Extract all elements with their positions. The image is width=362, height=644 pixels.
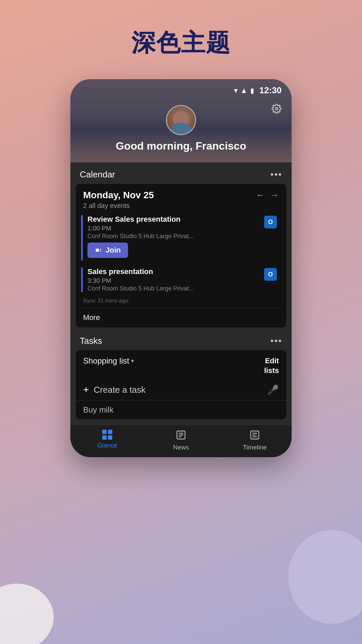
tab-timeline[interactable]: Timeline	[218, 425, 292, 457]
event-time-1: 1:00 PM	[87, 225, 264, 232]
calendar-more-button[interactable]: •••	[270, 169, 282, 180]
event-content-2: Sales presentation 3:30 PM Conf Room Stu…	[87, 267, 264, 292]
edit-lists-button[interactable]: Edit lists	[264, 356, 279, 375]
avatar[interactable]	[166, 105, 196, 135]
calendar-next-button[interactable]: →	[270, 190, 279, 200]
calendar-card: Monday, Nov 25 2 all day events ← → Revi…	[76, 184, 286, 327]
profile-area: Good morning, Francisco	[70, 98, 292, 162]
sync-text: Sync 31 mins ago	[76, 296, 286, 308]
calendar-section-header: Calendar •••	[70, 162, 292, 184]
calendar-section-title: Calendar	[80, 169, 115, 180]
calendar-prev-button[interactable]: ←	[256, 190, 265, 200]
calendar-event-1: Review Sales presentation 1:00 PM Conf R…	[76, 212, 286, 264]
svg-point-0	[275, 107, 278, 110]
calendar-more-link[interactable]: More	[76, 308, 286, 327]
status-time: 12:30	[259, 85, 282, 96]
tab-glance[interactable]: Glance	[70, 425, 144, 457]
page-title: 深色主题	[131, 27, 231, 59]
event-outlook-icon-2: O	[264, 268, 277, 281]
tasks-more-button[interactable]: •••	[270, 335, 282, 346]
tab-timeline-label: Timeline	[243, 444, 266, 451]
decorative-blob-right	[288, 530, 362, 624]
settings-button[interactable]	[272, 104, 282, 116]
battery-icon: ▮	[250, 87, 254, 95]
tab-glance-label: Glance	[97, 442, 117, 449]
event-title-2: Sales presentation	[87, 267, 264, 276]
join-button-label: Join	[106, 246, 121, 255]
avatar-image	[167, 106, 195, 134]
create-task-row: + Create a task 🎤	[76, 379, 286, 400]
shopping-list-selector[interactable]: Shopping list ▾	[83, 356, 134, 366]
event-outlook-icon-1: O	[264, 216, 277, 228]
greeting-text: Good morning, Francisco	[116, 140, 246, 152]
phone-body: Calendar ••• Monday, Nov 25 2 all day ev…	[70, 162, 292, 457]
calendar-all-day-events: 2 all day events	[83, 202, 154, 210]
shopping-list-name: Shopping list	[83, 356, 129, 366]
glance-icon	[102, 430, 112, 440]
event-title-1: Review Sales presentation	[87, 215, 264, 224]
decorative-blob-left	[0, 584, 54, 644]
tasks-section-title: Tasks	[80, 336, 102, 346]
bottom-nav: Glance News	[70, 425, 292, 457]
tab-news[interactable]: News	[144, 425, 218, 457]
svg-rect-1	[96, 249, 99, 252]
event-time-2: 3:30 PM	[87, 277, 264, 284]
event-location-1: Conf Room Studio 5 Hub Large Privat...	[87, 233, 264, 240]
dropdown-arrow-icon: ▾	[131, 357, 134, 365]
phone-header: ▾ ▲ ▮ 12:30 Good morning, Franc	[70, 79, 292, 162]
event-content-1: Review Sales presentation 1:00 PM Conf R…	[87, 215, 264, 261]
signal-icon: ▲	[240, 86, 248, 95]
status-icons: ▾ ▲ ▮	[234, 86, 254, 95]
plus-icon: +	[83, 384, 89, 395]
tasks-card: Shopping list ▾ Edit lists + Create a ta…	[76, 350, 286, 419]
calendar-date: Monday, Nov 25	[83, 190, 154, 201]
event-accent-2	[81, 267, 83, 292]
tasks-section-header: Tasks •••	[70, 329, 292, 350]
event-location-2: Conf Room Studio 5 Hub Large Privat...	[87, 285, 264, 292]
join-button[interactable]: Join	[87, 243, 128, 258]
microphone-icon[interactable]: 🎤	[267, 384, 279, 395]
event-accent-1	[81, 215, 83, 261]
tasks-header-row: Shopping list ▾ Edit lists	[76, 350, 286, 379]
status-bar: ▾ ▲ ▮ 12:30	[70, 79, 292, 98]
create-task-input[interactable]: Create a task	[94, 385, 262, 395]
calendar-nav-arrows: ← →	[256, 190, 279, 200]
tab-news-label: News	[173, 444, 189, 451]
news-icon	[176, 430, 186, 442]
timeline-icon	[249, 430, 260, 442]
wifi-icon: ▾	[234, 86, 238, 95]
calendar-date-row: Monday, Nov 25 2 all day events ← →	[76, 184, 286, 212]
calendar-event-2: Sales presentation 3:30 PM Conf Room Stu…	[76, 264, 286, 296]
phone-mockup: ▾ ▲ ▮ 12:30 Good morning, Franc	[70, 79, 292, 457]
task-item-buy-milk[interactable]: Buy milk	[76, 400, 286, 419]
